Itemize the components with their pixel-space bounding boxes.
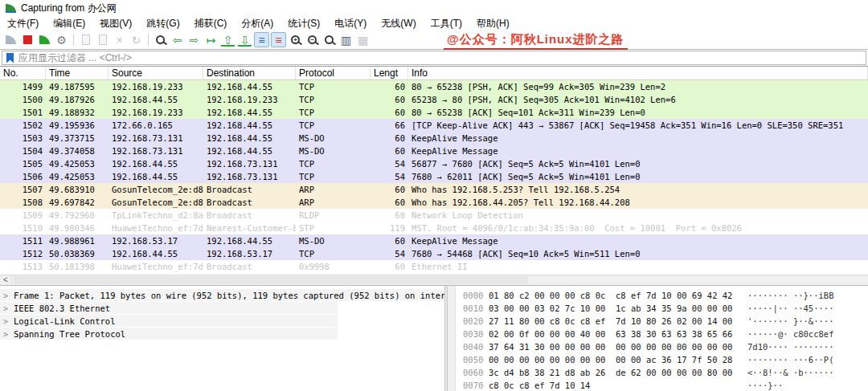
reload-capture-icon[interactable]: ↻	[129, 32, 144, 47]
hex-row[interactable]: 002027 11 80 00 c8 0c c8 ef 7d 10 80 26 …	[463, 315, 833, 328]
scrollbar-thumb[interactable]	[14, 276, 528, 284]
go-forward-icon[interactable]: ⇨	[186, 32, 202, 47]
packet-row[interactable]: 150149.188932192.168.19.233192.168.44.55…	[0, 106, 868, 119]
expander-icon[interactable]: >	[3, 317, 8, 326]
cell-info: KeepAlive Message	[408, 234, 868, 247]
hex-row[interactable]: 005000 00 00 00 00 00 00 00 00 00 ac 36 …	[463, 353, 833, 366]
cell-dst: 192.168.19.233	[203, 93, 296, 106]
packet-row[interactable]: 150949.792960TpLinkTechno_d2:8a:…Broadca…	[0, 209, 868, 222]
column-header-info[interactable]: Info	[408, 67, 868, 79]
cell-src: 192.168.19.233	[108, 80, 203, 93]
stop-capture-icon[interactable]	[20, 32, 35, 47]
cell-time: 49.425053	[46, 157, 108, 170]
start-capture-icon[interactable]	[3, 32, 18, 47]
hex-bytes: 03 00 00 03 02 7c 10 00 1c ab 34 35 9a 0…	[489, 302, 747, 315]
detail-tree-item[interactable]: >Spanning Tree Protocol	[0, 328, 338, 340]
find-packet-icon[interactable]	[153, 32, 168, 47]
menu-item[interactable]: 分析(A)	[234, 16, 280, 31]
packet-row[interactable]: 151250.038369192.168.44.55192.168.53.17T…	[0, 247, 868, 260]
colorize-packets-icon[interactable]: ≡	[271, 32, 286, 47]
column-header-destination[interactable]: Destination	[203, 67, 296, 79]
cell-time: 49.374058	[46, 145, 108, 157]
cell-time: 50.038369	[46, 247, 108, 260]
capture-options-icon[interactable]: ⚙	[54, 32, 69, 47]
hex-row[interactable]: 000001 80 c2 00 00 00 c8 0c c8 ef 7d 10 …	[463, 289, 833, 302]
packet-row[interactable]: 150849.697842GosunTelecom_2e:d8:…Broadca…	[0, 196, 868, 209]
hex-row[interactable]: 001003 00 00 03 02 7c 10 00 1c ab 34 35 …	[463, 302, 833, 315]
column-header-protocol[interactable]: Protocol	[296, 67, 371, 79]
hex-row[interactable]: 004037 64 31 30 00 00 00 00 00 00 00 00 …	[463, 340, 833, 353]
zoom-in-icon[interactable]: +	[288, 32, 303, 47]
cell-info: 7680 → 54468 [ACK] Seq=10 Ack=5 Win=511 …	[408, 247, 868, 260]
cell-no: 1502	[0, 119, 46, 132]
column-header-no[interactable]: No.	[0, 67, 46, 79]
save-capture-icon[interactable]	[95, 32, 110, 47]
resize-columns-icon[interactable]: ▥	[338, 32, 354, 47]
auto-scroll-icon[interactable]: ≡	[254, 32, 269, 47]
hex-scrollbar[interactable]	[448, 286, 456, 391]
packet-row[interactable]: 151149.988961192.168.53.17192.168.44.55M…	[0, 234, 868, 247]
cell-no: 1506	[0, 170, 46, 183]
layout-columns-icon[interactable]: ▦	[355, 32, 371, 47]
restart-capture-icon[interactable]	[37, 32, 52, 47]
display-filter-input[interactable]	[18, 52, 866, 63]
menu-item[interactable]: 跳转(G)	[139, 16, 186, 31]
cell-no: 1509	[0, 209, 46, 222]
zoom-reset-icon[interactable]	[321, 32, 337, 47]
column-header-source[interactable]: Source	[108, 67, 203, 79]
menu-item[interactable]: 统计(S)	[280, 16, 327, 31]
hex-ascii: ········ ··}··iBB	[747, 291, 833, 300]
go-back-icon[interactable]: ⇦	[170, 32, 185, 47]
column-header-lengt[interactable]: Lengt	[371, 67, 408, 79]
cell-src: 192.168.19.233	[108, 106, 203, 119]
hex-row[interactable]: 00603c d4 b8 38 21 d8 ab 26 de 62 00 00 …	[463, 366, 833, 379]
fin-shape	[39, 35, 50, 44]
packet-row[interactable]: 150649.425053192.168.44.55192.168.73.131…	[0, 170, 868, 183]
cell-info: [TCP Keep-Alive ACK] 443 → 53867 [ACK] S…	[408, 119, 868, 132]
menu-item[interactable]: 视图(V)	[92, 16, 139, 31]
menu-item[interactable]: 编辑(E)	[46, 16, 92, 31]
horizontal-scrollbar[interactable]: <	[0, 275, 868, 286]
close-capture-icon[interactable]: ×	[112, 32, 127, 47]
display-filter-box[interactable]	[2, 51, 866, 65]
column-header-time[interactable]: Time	[46, 67, 108, 79]
go-to-packet-icon[interactable]: ↦	[203, 32, 219, 47]
hex-row[interactable]: 0070c8 0c c8 ef 7d 10 14····}··	[463, 379, 833, 391]
cell-len: 119	[371, 222, 408, 234]
expander-icon[interactable]: >	[3, 291, 8, 300]
menu-item[interactable]: 电话(Y)	[327, 16, 374, 31]
cell-dst: 192.168.53.17	[203, 247, 296, 260]
expander-icon[interactable]: >	[3, 330, 8, 339]
hex-row[interactable]: 003002 00 0f 00 00 00 40 00 63 38 30 63 …	[463, 328, 833, 340]
packet-row[interactable]: 150549.425053192.168.44.55192.168.73.131…	[0, 157, 868, 170]
packet-row[interactable]: 151350.181398HuaweiTechno_ef:7d:…Broadca…	[0, 260, 868, 273]
packet-row[interactable]: 150249.195936172.66.0.165192.168.44.55TC…	[0, 119, 868, 132]
zoom-out-icon[interactable]: −	[305, 32, 320, 47]
detail-tree-item[interactable]: >IEEE 802.3 Ethernet	[0, 302, 338, 315]
toolbar-buttons: ⚙×↻⇦⇨↦⇧⇩≡≡+−▥▦	[2, 32, 371, 47]
menu-item[interactable]: 文件(F)	[0, 16, 46, 31]
cell-time: 49.195936	[46, 119, 108, 132]
bookmark-icon[interactable]	[6, 53, 14, 63]
menu-item[interactable]: 工具(T)	[424, 16, 469, 31]
packet-row[interactable]: 151049.980346HuaweiTechno_ef:7d:…Nearest…	[0, 222, 868, 234]
expander-icon[interactable]: >	[3, 304, 8, 313]
go-last-icon[interactable]: ⇩	[237, 32, 252, 47]
packet-row[interactable]: 150449.374058192.168.73.131192.168.44.55…	[0, 145, 868, 157]
packet-row[interactable]: 149949.187595192.168.19.233192.168.44.55…	[0, 80, 868, 93]
packet-row[interactable]: 150049.187926192.168.44.55192.168.19.233…	[0, 93, 868, 106]
go-first-icon[interactable]: ⇧	[220, 32, 235, 47]
packet-row[interactable]: 150749.683910GosunTelecom_2e:d8:…Broadca…	[0, 183, 868, 196]
cell-info: Ethernet II	[408, 260, 868, 273]
detail-tree-item[interactable]: >Frame 1: Packet, 119 bytes on wire (952…	[0, 289, 444, 302]
open-capture-icon[interactable]	[78, 32, 93, 47]
menu-item[interactable]: 捕获(C)	[187, 16, 235, 31]
hex-bytes: 00 00 00 00 00 00 00 00 00 00 ac 36 17 7…	[489, 353, 747, 366]
detail-tree-item[interactable]: >Logical-Link Control	[0, 315, 338, 328]
scroll-left-button[interactable]: <	[0, 275, 12, 285]
cell-dst: 192.168.73.131	[203, 157, 296, 170]
packet-row[interactable]: 150349.373715192.168.73.131192.168.44.55…	[0, 132, 868, 145]
scrollbar-track[interactable]	[12, 275, 868, 285]
menu-item[interactable]: 帮助(H)	[469, 16, 517, 31]
menu-item[interactable]: 无线(W)	[374, 16, 423, 31]
